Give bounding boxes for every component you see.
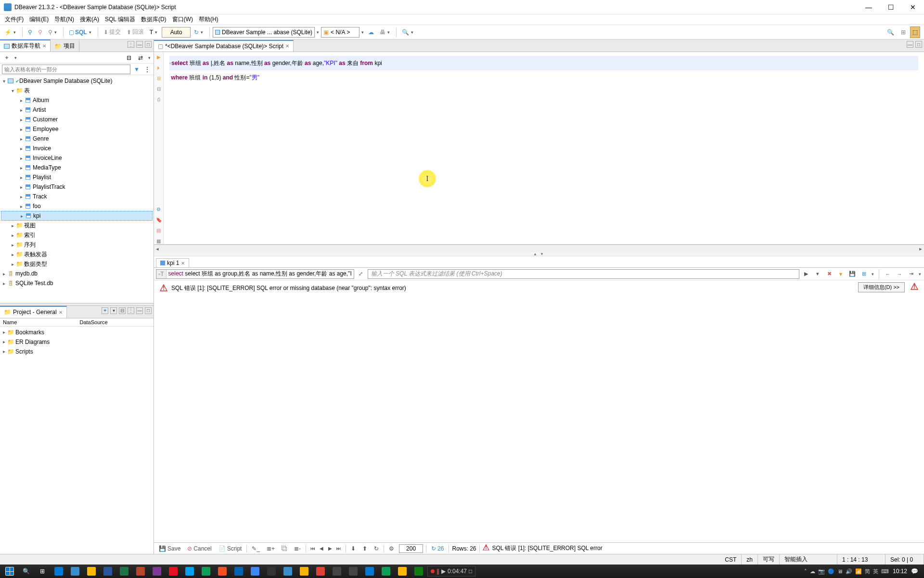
- page-size-input[interactable]: [399, 544, 423, 553]
- tray-up-icon[interactable]: ˄: [804, 568, 807, 575]
- tree-folder[interactable]: 索引: [24, 231, 36, 239]
- tree-table[interactable]: Artist: [33, 106, 46, 113]
- editor-tab-script[interactable]: ▢ *<DBeaver Sample Database (SQLite)> Sc…: [154, 40, 294, 52]
- export-button[interactable]: ⬇: [349, 545, 358, 552]
- menu-navigate[interactable]: 导航(N): [51, 14, 77, 25]
- minimize-button[interactable]: —: [858, 0, 880, 14]
- view-menu-button[interactable]: ⋮: [128, 41, 134, 48]
- quick-search-button[interactable]: 🔍: [885, 26, 897, 38]
- tree-folder[interactable]: 序列: [24, 241, 36, 249]
- tree-table[interactable]: Album: [33, 97, 49, 104]
- new-connection-button[interactable]: ⚡▾: [2, 26, 19, 38]
- tree-table[interactable]: Invoice: [33, 145, 51, 152]
- executed-sql-display[interactable]: ▫T select select 班组 as group,姓名 as name,…: [156, 269, 354, 279]
- minimize-editor-button[interactable]: ―: [907, 41, 913, 48]
- project-item[interactable]: Bookmarks: [15, 329, 44, 336]
- column-name[interactable]: Name: [0, 318, 77, 326]
- menu-sql-editor[interactable]: SQL 编辑器: [102, 14, 138, 25]
- taskbar-app[interactable]: [329, 565, 345, 577]
- taskbar-app[interactable]: [51, 565, 66, 577]
- maximize-button[interactable]: ☐: [880, 0, 902, 14]
- apply-filter-button[interactable]: ▶: [801, 269, 811, 279]
- settings-button[interactable]: ⚙: [387, 545, 396, 552]
- tree-table[interactable]: InvoiceLine: [33, 155, 62, 161]
- result-tab-kpi1[interactable]: kpi 1 ✕: [156, 258, 189, 267]
- close-tab-icon[interactable]: ✕: [285, 43, 289, 49]
- project-tree[interactable]: ▸📁Bookmarks ▸📁ER Diagrams ▸📁Scripts: [0, 327, 154, 554]
- menu-file[interactable]: 文件(F): [2, 14, 26, 25]
- tree-table-kpi[interactable]: kpi: [33, 212, 40, 219]
- tree-table[interactable]: MediaType: [33, 164, 61, 171]
- script-button[interactable]: 📄Script: [217, 545, 244, 552]
- filter-history-button[interactable]: ▾: [813, 269, 822, 279]
- explain-plan-button[interactable]: ⊞: [155, 75, 162, 82]
- project-item[interactable]: ER Diagrams: [15, 339, 50, 345]
- system-tray[interactable]: ˄ ☁ 📷 🔵 🖥 🔊 📶 简 英 ⌨: [804, 568, 889, 575]
- maximize-panel-button[interactable]: □: [145, 41, 152, 48]
- collapse-button[interactable]: ⊟: [119, 307, 126, 314]
- search-button[interactable]: 🔍: [18, 565, 34, 577]
- nav-back-button[interactable]: ←: [883, 269, 893, 279]
- taskbar-app[interactable]: [100, 565, 116, 577]
- tab-database-navigator[interactable]: 数据库导航 ✕: [0, 39, 51, 52]
- connection-dropdown[interactable]: ▾: [316, 30, 320, 35]
- print-button[interactable]: 🖶▾: [377, 26, 393, 38]
- maximize-panel-button[interactable]: □: [145, 307, 152, 314]
- menu-database[interactable]: 数据库(D): [138, 14, 169, 25]
- ime-indicator[interactable]: 简: [865, 568, 870, 575]
- duplicate-row-button[interactable]: ⿻: [280, 545, 289, 552]
- settings-button[interactable]: ⚙: [155, 206, 162, 213]
- nav-end-button[interactable]: ⇥: [906, 269, 916, 279]
- taskbar-app[interactable]: [378, 565, 394, 577]
- taskbar-app[interactable]: [84, 565, 99, 577]
- connect-button[interactable]: ⚲: [26, 26, 35, 38]
- tab-project[interactable]: 📁 Project - General ✕: [0, 306, 67, 318]
- tree-connection[interactable]: DBeaver Sample Database (SQLite): [19, 78, 112, 84]
- save-button[interactable]: 💾Save: [157, 545, 182, 552]
- disconnect-button[interactable]: ⚲: [36, 26, 45, 38]
- sql-editor-button[interactable]: ▢SQL▾: [66, 26, 95, 38]
- add-row-button[interactable]: ≣+: [265, 545, 277, 552]
- sql-editor[interactable]: ▫select 班组 as |,姓名 as name,性别 as gender,…: [164, 52, 924, 244]
- taskbar-app[interactable]: [182, 565, 197, 577]
- menu-window[interactable]: 窗口(W): [169, 14, 196, 25]
- schema-selector[interactable]: ▣< N/A >: [321, 27, 359, 38]
- taskbar-app[interactable]: [296, 565, 312, 577]
- cloud-button[interactable]: ☁: [366, 26, 376, 38]
- tray-icon[interactable]: 📷: [818, 568, 825, 575]
- tree-folder[interactable]: 表触发器: [24, 250, 47, 259]
- filter-expression-input[interactable]: 输入一个 SQL 表达式来过滤结果 (使用 Ctrl+Space): [368, 269, 799, 279]
- show-panel-button[interactable]: ▤: [155, 227, 162, 234]
- minimize-panel-button[interactable]: ―: [136, 307, 143, 314]
- run-statement-button[interactable]: ▶: [155, 54, 162, 61]
- menu-edit[interactable]: 编辑(E): [26, 14, 51, 25]
- config-button[interactable]: ✦: [102, 307, 108, 314]
- tree-folder[interactable]: 数据类型: [24, 260, 47, 268]
- taskbar-app[interactable]: [247, 565, 263, 577]
- taskbar-app[interactable]: [67, 565, 83, 577]
- taskbar-app[interactable]: [411, 565, 426, 577]
- taskbar-app[interactable]: [116, 565, 132, 577]
- tray-icon[interactable]: ☁: [810, 568, 815, 575]
- tree-table[interactable]: Genre: [33, 135, 49, 142]
- delete-row-button[interactable]: ≣-: [292, 545, 303, 552]
- tray-icon[interactable]: 🖥: [837, 568, 843, 574]
- taskbar-app[interactable]: [149, 565, 165, 577]
- taskbar-app[interactable]: [280, 565, 295, 577]
- table-filter-input[interactable]: [2, 65, 130, 74]
- ime-lang[interactable]: 英: [873, 568, 878, 575]
- tree-connection[interactable]: mydb.db: [15, 270, 38, 277]
- rollback-button[interactable]: ⬆回滚: [124, 26, 146, 38]
- taskbar-app[interactable]: [264, 565, 279, 577]
- tree-table[interactable]: Customer: [33, 116, 58, 123]
- close-result-tab-icon[interactable]: ✕: [181, 261, 185, 266]
- load-plan-button[interactable]: ⎙: [155, 96, 162, 103]
- start-button[interactable]: [2, 565, 17, 577]
- tree-table[interactable]: Track: [33, 193, 47, 200]
- transaction-log-button[interactable]: ↻▾: [192, 26, 206, 38]
- ime-icon[interactable]: ⌨: [881, 568, 889, 575]
- nav-next-button[interactable]: ▶: [326, 545, 334, 552]
- schema-dropdown[interactable]: ▾: [360, 30, 365, 35]
- taskbar-app[interactable]: [346, 565, 361, 577]
- auto-commit-select[interactable]: Auto: [162, 27, 191, 38]
